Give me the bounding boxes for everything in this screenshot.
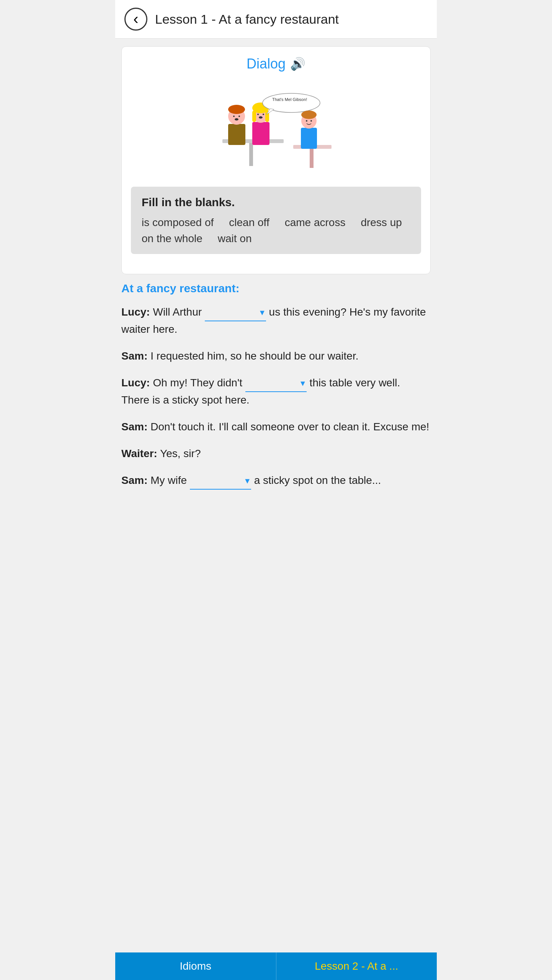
- svg-rect-20: [310, 149, 314, 168]
- dialog-line-2: Sam: I requested him, so he should be ou…: [121, 348, 431, 364]
- dialog-line-3: Lucy: Oh my! They didn't ▼ this table ve…: [121, 375, 431, 408]
- word-item-6[interactable]: wait on: [218, 233, 252, 245]
- word-item-3[interactable]: came across: [285, 217, 346, 229]
- svg-point-24: [306, 120, 307, 122]
- dropdown-3-arrow: ▼: [243, 475, 251, 487]
- dropdown-3[interactable]: ▼: [190, 473, 251, 490]
- speaker-sam-1: Sam:: [121, 350, 147, 362]
- restaurant-illustration: That's Mel Gibson!: [211, 78, 341, 177]
- dropdown-1-value: [205, 305, 256, 320]
- svg-point-6: [238, 116, 240, 117]
- word-item-4[interactable]: dress up: [361, 217, 402, 229]
- svg-rect-11: [252, 111, 256, 122]
- dialog-line-1: Lucy: Will Arthur ▼ us this evening? He'…: [121, 304, 431, 337]
- svg-point-25: [310, 120, 312, 122]
- svg-rect-8: [252, 122, 269, 145]
- page-header: Lesson 1 - At a fancy restaurant: [115, 0, 437, 39]
- back-button[interactable]: [124, 8, 147, 31]
- svg-point-15: [259, 116, 263, 119]
- svg-rect-2: [228, 124, 245, 145]
- speaker-sam-3: Sam:: [121, 474, 147, 486]
- speaker-waiter: Waiter:: [121, 448, 157, 459]
- dialog-line-5: Waiter: Yes, sir?: [121, 446, 431, 462]
- section-title: At a fancy restaurant:: [115, 282, 437, 295]
- dialog-label: Dialog: [247, 56, 286, 72]
- speaker-sam-2: Sam:: [121, 421, 147, 433]
- dropdown-1[interactable]: ▼: [205, 305, 266, 321]
- fill-blanks-title: Fill in the blanks.: [142, 196, 410, 209]
- svg-point-14: [263, 114, 264, 115]
- word-item-1[interactable]: is composed of: [142, 217, 214, 229]
- word-item-5[interactable]: on the whole: [142, 233, 203, 245]
- svg-text:That's Mel Gibson!: That's Mel Gibson!: [272, 97, 307, 102]
- svg-point-4: [228, 105, 245, 114]
- fill-blanks-box: Fill in the blanks. is composed of clean…: [131, 187, 421, 254]
- dialog-header: Dialog 🔊: [131, 56, 421, 72]
- speaker-lucy-2: Lucy:: [121, 377, 150, 389]
- svg-point-7: [235, 118, 238, 120]
- svg-rect-21: [301, 128, 317, 149]
- dialog-content: Lucy: Will Arthur ▼ us this evening? He'…: [115, 304, 437, 490]
- word-item-2[interactable]: clean off: [229, 217, 269, 229]
- dropdown-2-arrow: ▼: [299, 378, 307, 389]
- page-title: Lesson 1 - At a fancy restaurant: [155, 12, 339, 27]
- dropdown-3-value: [190, 473, 241, 488]
- dropdown-1-arrow: ▼: [258, 307, 266, 318]
- svg-point-13: [257, 114, 259, 115]
- speaker-lucy-1: Lucy:: [121, 306, 150, 318]
- speaker-icon[interactable]: 🔊: [290, 57, 305, 71]
- svg-rect-1: [249, 143, 253, 166]
- dialog-line-4: Sam: Don't touch it. I'll call someone o…: [121, 419, 431, 435]
- dialog-section: Dialog 🔊: [131, 56, 421, 177]
- svg-point-23: [301, 111, 317, 119]
- word-bank: is composed of clean off came across dre…: [142, 217, 410, 245]
- dialog-line-6: Sam: My wife ▼ a sticky spot on the tabl…: [121, 472, 431, 490]
- dropdown-2[interactable]: ▼: [245, 376, 307, 392]
- dropdown-2-value: [245, 376, 297, 391]
- main-card: Dialog 🔊: [121, 46, 431, 274]
- svg-point-5: [233, 116, 235, 117]
